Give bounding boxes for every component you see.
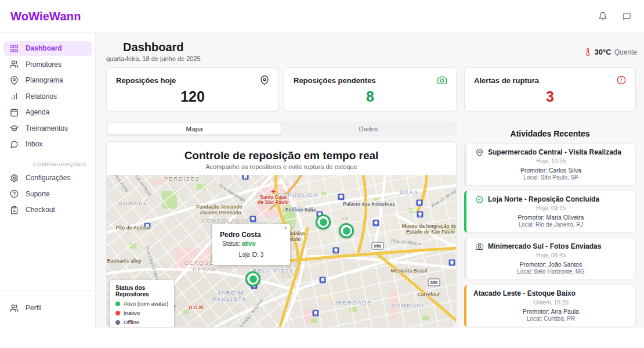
sidebar-item-configuracoes[interactable]: Configurações xyxy=(3,171,92,185)
graduation-cap-icon xyxy=(10,124,19,132)
view-tabs: Mapa Dados xyxy=(106,121,457,136)
activity-location: Local: São Paulo, SP xyxy=(472,174,629,181)
weather-widget: 30°C Quente xyxy=(584,48,637,56)
route-shield: 050 xyxy=(428,279,440,286)
sidebar-item-treinamentos[interactable]: Treinamentos xyxy=(3,121,92,135)
popup-status: Status: ativo xyxy=(222,241,290,247)
activity-title: Supermercado Central - Visita Realizada xyxy=(488,148,621,156)
camera-icon xyxy=(476,243,483,250)
page-date: quarta-feira, 18 de junho de 2025 xyxy=(106,55,201,62)
main-content: Dashboard quarta-feira, 18 de junho de 2… xyxy=(96,33,644,328)
sidebar-item-promotores[interactable]: Promotores xyxy=(3,57,92,71)
weather-condition: Quente xyxy=(614,48,637,56)
activity-promoter: Promotor: Ana Paula xyxy=(472,308,629,315)
map-card: Controle de reposição em tempo real Acom… xyxy=(106,141,457,328)
popup-status-value: ativo xyxy=(242,241,255,247)
messages-chat-icon[interactable] xyxy=(623,12,631,21)
activity-card[interactable]: Minimercado Sul - Fotos Enviadas Hoje, 0… xyxy=(464,238,636,280)
map-subtitle: Acompanhe os repositores e evite ruptura… xyxy=(107,163,456,170)
popup-close-icon[interactable]: × xyxy=(284,225,287,231)
map-pin-icon xyxy=(10,76,19,85)
sidebar-item-inbox[interactable]: Inbox xyxy=(3,137,92,152)
activity-time: Ontem, 16:20 xyxy=(472,299,629,306)
route-shield: 050 xyxy=(372,242,384,250)
sidebar-item-label: Planograma xyxy=(26,76,63,84)
sidebar-item-suporte[interactable]: Suporte xyxy=(3,186,92,201)
sidebar-item-label: Checkout xyxy=(26,206,55,214)
sidebar-item-label: Agenda xyxy=(26,108,49,116)
map-legend: Status dos Repositores Ativo (com avatar… xyxy=(110,280,174,328)
sidebar-item-agenda[interactable]: Agenda xyxy=(3,105,92,120)
sidebar-item-checkout[interactable]: Checkout xyxy=(3,203,92,217)
thermometer-icon xyxy=(584,48,592,56)
map-marker-active[interactable] xyxy=(245,271,261,286)
activity-promoter: Promotor: Maria Oliveira xyxy=(472,214,629,221)
stat-label: Reposições pendentes xyxy=(294,76,376,85)
sidebar-item-label: Inbox xyxy=(26,140,42,148)
sidebar-item-planograma[interactable]: Planograma xyxy=(3,73,92,88)
chat-bubble-icon xyxy=(10,140,19,149)
gray-dot-icon xyxy=(115,320,120,325)
help-circle-icon xyxy=(10,189,19,198)
map-marker-active[interactable] xyxy=(316,214,331,229)
map-title: Controle de reposição em tempo real xyxy=(107,149,456,162)
legend-title: Status dos Repositores xyxy=(115,285,169,297)
legend-item-offline: Offline xyxy=(115,319,169,325)
activity-title: Loja Norte - Reposição Concluída xyxy=(488,195,599,203)
red-dot-icon xyxy=(115,311,120,315)
gear-icon xyxy=(10,174,19,182)
brand-logo: WoWieWann xyxy=(10,10,81,23)
activity-time: Hoje, 10:35 xyxy=(472,158,629,164)
sidebar-nav: Dashboard Promotores Planograma Relatóri… xyxy=(0,40,95,218)
activities-title: Atividades Recentes xyxy=(464,129,636,138)
stat-card-alertas-ruptura: Alertas de ruptura 3 xyxy=(464,67,636,112)
popup-promoter-name: Pedro Costa xyxy=(220,231,290,239)
legend-item-label: Ativo (com avatar) xyxy=(124,300,168,307)
sidebar-item-label: Configurações xyxy=(26,174,70,182)
top-header: WoWieWann xyxy=(0,0,644,33)
users-icon xyxy=(10,304,19,313)
activity-title: Atacado Leste - Estoque Baixo xyxy=(473,289,576,297)
stat-value: 120 xyxy=(116,88,269,105)
page-title: Dashboard xyxy=(106,41,201,54)
activity-location: Local: Rio de Janeiro, RJ xyxy=(472,221,629,228)
sidebar-item-label: Suporte xyxy=(26,190,50,198)
sidebar-item-relatorios[interactable]: Relatórios xyxy=(3,89,92,103)
activity-card[interactable]: Atacado Leste - Estoque Baixo Ontem, 16:… xyxy=(464,285,636,327)
stat-label: Reposições hoje xyxy=(116,76,176,85)
clipboard-icon xyxy=(10,206,19,214)
stat-value: 3 xyxy=(474,88,626,105)
activity-title: Minimercado Sul - Fotos Enviadas xyxy=(488,242,601,250)
popup-store-id: Loja ID: 3 xyxy=(212,252,290,258)
stat-value: 8 xyxy=(294,88,447,105)
activity-card[interactable]: Supermercado Central - Visita Realizada … xyxy=(464,143,636,186)
stat-label: Alertas de ruptura xyxy=(474,76,539,85)
sidebar-item-label: Perfil xyxy=(26,304,41,312)
green-dot-icon xyxy=(115,302,120,306)
hospital-cross-icon: ✚ xyxy=(271,189,276,195)
activity-card[interactable]: Loja Norte - Reposição Concluída Hoje, 0… xyxy=(464,191,636,233)
sidebar-item-dashboard[interactable]: Dashboard xyxy=(3,41,92,56)
tab-dados[interactable]: Dados xyxy=(281,123,455,135)
map-popup: × Pedro Costa Status: ativo Loja ID: 3 xyxy=(212,224,290,265)
tab-mapa[interactable]: Mapa xyxy=(107,123,281,135)
map-pin-icon xyxy=(476,149,483,156)
legend-item-ativo: Ativo (com avatar) xyxy=(115,300,169,307)
legend-item-inativo: Inativo xyxy=(115,310,169,316)
activity-promoter: Promotor: João Santos xyxy=(472,261,629,268)
map-marker-active[interactable] xyxy=(339,223,354,238)
map-canvas[interactable]: PERDIZES SUMARÉ CONSOLAÇÃO REPÚBLICA BRÁ… xyxy=(107,175,457,328)
sidebar-footer: Perfil xyxy=(0,290,95,328)
activity-promoter: Promotor: Carlos Silva xyxy=(472,167,629,174)
dashboard-grid-icon xyxy=(10,44,19,53)
stat-card-reposicoes-pendentes: Reposições pendentes 8 xyxy=(284,67,457,112)
notifications-bell-icon[interactable] xyxy=(598,12,607,21)
weather-temperature: 30°C xyxy=(595,48,612,56)
sidebar-item-perfil[interactable]: Perfil xyxy=(3,301,92,315)
sidebar-item-label: Promotores xyxy=(26,60,61,69)
sidebar-item-label: Dashboard xyxy=(26,44,62,52)
legend-item-label: Offline xyxy=(124,319,139,325)
popup-status-label: Status: xyxy=(222,241,240,247)
users-icon xyxy=(10,60,19,69)
map-pin-icon xyxy=(260,76,269,85)
